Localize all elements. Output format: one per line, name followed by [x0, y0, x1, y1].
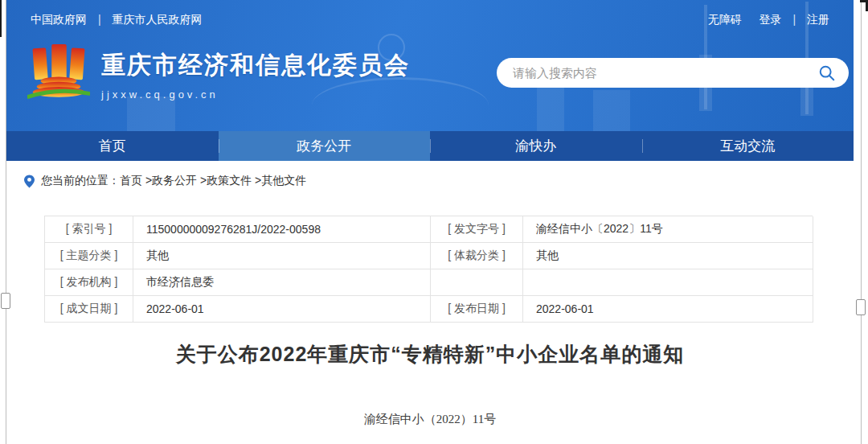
meta-label-genre-class: [ 体裁分类 ] — [431, 243, 523, 269]
nav-item-gov-affairs[interactable]: 政务公开 — [219, 131, 431, 161]
meta-value-empty — [523, 269, 813, 296]
skyline-building-decor — [593, 90, 630, 131]
agency-logo-icon — [27, 42, 90, 108]
nav-item-home[interactable]: 首页 — [6, 131, 219, 161]
meta-label-topic-class: [ 主题分类 ] — [45, 243, 133, 269]
search-icon — [818, 64, 836, 82]
breadcrumb-prefix: 您当前的位置： — [41, 174, 120, 188]
location-pin-icon — [24, 175, 35, 188]
meta-value-doc-symbol: 渝经信中小〔2022〕11号 — [523, 216, 813, 243]
crop-handle-left — [1, 293, 10, 309]
nav-item-yukuaiban[interactable]: 渝快办 — [430, 131, 642, 161]
meta-label-empty — [431, 269, 523, 296]
meta-value-index-no: 11500000009276281J/2022-00598 — [133, 216, 431, 243]
search-input[interactable] — [513, 66, 817, 80]
meta-label-publisher: [ 发布机构 ] — [45, 269, 133, 296]
main-nav: 首页 政务公开 渝快办 互动交流 — [6, 131, 854, 161]
site-url: jjxxw.cq.gov.cn — [101, 88, 410, 101]
accessibility-link[interactable]: 无障碍 — [708, 13, 742, 26]
topbar-right: 无障碍 登录 | 注册 — [708, 13, 829, 27]
search-button[interactable] — [817, 63, 837, 84]
link-china-gov[interactable]: 中国政府网 — [31, 13, 87, 26]
article-title: 关于公布2022年重庆市“专精特新”中小企业名单的通知 — [6, 341, 854, 368]
link-chongqing-gov[interactable]: 重庆市人民政府网 — [112, 13, 202, 26]
meta-value-topic-class: 其他 — [133, 243, 431, 269]
document-meta-table: [ 索引号 ] 11500000009276281J/2022-00598 [ … — [44, 216, 813, 323]
meta-label-written-date: [ 成文日期 ] — [45, 296, 133, 323]
brand-text: 重庆市经济和信息化委员会 jjxxw.cq.gov.cn — [101, 49, 410, 101]
crop-line-left — [6, 0, 6, 444]
topbar-left: 中国政府网 | 重庆市人民政府网 — [31, 13, 202, 27]
meta-label-publish-date: [ 发布日期 ] — [431, 296, 523, 323]
search-bar — [497, 58, 849, 88]
login-link[interactable]: 登录 — [760, 13, 782, 26]
nav-item-interaction[interactable]: 互动交流 — [642, 131, 854, 161]
site-brand[interactable]: 重庆市经济和信息化委员会 jjxxw.cq.gov.cn — [27, 42, 410, 108]
breadcrumb-path[interactable]: 首页 >政务公开 >政策文件 >其他文件 — [120, 174, 306, 188]
meta-label-index-no: [ 索引号 ] — [45, 216, 133, 243]
crop-corner-top-left — [0, 0, 2, 37]
meta-label-doc-symbol: [ 发文字号 ] — [431, 216, 523, 243]
meta-value-genre-class: 其他 — [523, 243, 813, 269]
topbar-separator: | — [792, 13, 796, 26]
meta-value-publisher: 市经济信息委 — [133, 269, 431, 296]
crop-handle-right — [856, 299, 866, 315]
topbar-separator: | — [98, 13, 101, 26]
breadcrumb: 您当前的位置： 首页 >政务公开 >政策文件 >其他文件 — [6, 161, 854, 188]
site-title: 重庆市经济和信息化委员会 — [101, 49, 410, 82]
page: 中国政府网 | 重庆市人民政府网 无障碍 登录 | 注册 — [6, 0, 854, 444]
meta-value-publish-date: 2022-06-01 — [523, 296, 813, 323]
meta-value-written-date: 2022-06-01 — [133, 296, 431, 323]
crop-line-right — [861, 0, 862, 444]
register-link[interactable]: 注册 — [807, 13, 829, 26]
header-banner: 中国政府网 | 重庆市人民政府网 无障碍 登录 | 注册 — [6, 0, 854, 131]
topbar: 中国政府网 | 重庆市人民政府网 无障碍 登录 | 注册 — [31, 13, 829, 27]
article-doc-number: 渝经信中小（2022）11号 — [6, 412, 854, 427]
